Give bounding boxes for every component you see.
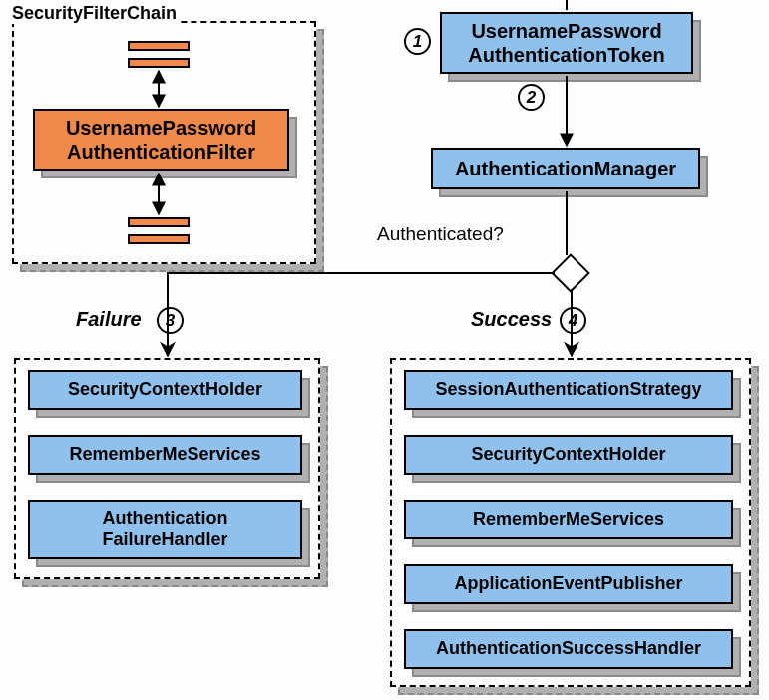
token-box: UsernamePassword AuthenticationToken (440, 12, 693, 74)
failure-item-2: Authentication FailureHandler (28, 500, 302, 559)
decision-diamond (551, 253, 590, 293)
step-2-num: 2 (527, 88, 536, 108)
step-3-num: 3 (166, 311, 175, 331)
step-1-num: 1 (413, 32, 422, 52)
failure-label: Failure (76, 308, 142, 331)
step-3-badge: 3 (157, 307, 184, 334)
filter-bar-top2 (128, 58, 190, 68)
authenticated-label: Authenticated? (377, 223, 504, 245)
success-item-1: SecurityContextHolder (404, 435, 733, 475)
success-item-3: ApplicationEventPublisher (404, 564, 733, 604)
step-2-badge: 2 (518, 84, 545, 111)
filter-bar-top1 (128, 41, 190, 51)
success-label: Success (471, 308, 552, 331)
auth-filter-box: UsernamePassword AuthenticationFilter (33, 109, 289, 171)
success-item-0: SessionAuthenticationStrategy (404, 370, 733, 410)
filter-bar-bot1 (128, 217, 190, 227)
success-item-2: RememberMeServices (404, 500, 733, 539)
failure-item-1: RememberMeServices (28, 435, 302, 475)
manager-box: AuthenticationManager (431, 148, 700, 189)
success-item-4: AuthenticationSuccessHandler (404, 629, 733, 669)
filter-chain-title: SecurityFilterChain (10, 3, 179, 24)
failure-item-0: SecurityContextHolder (28, 370, 302, 410)
step-1-badge: 1 (404, 28, 431, 55)
filter-bar-bot2 (128, 234, 190, 244)
step-4-num: 4 (569, 311, 577, 331)
step-4-badge: 4 (560, 307, 586, 334)
